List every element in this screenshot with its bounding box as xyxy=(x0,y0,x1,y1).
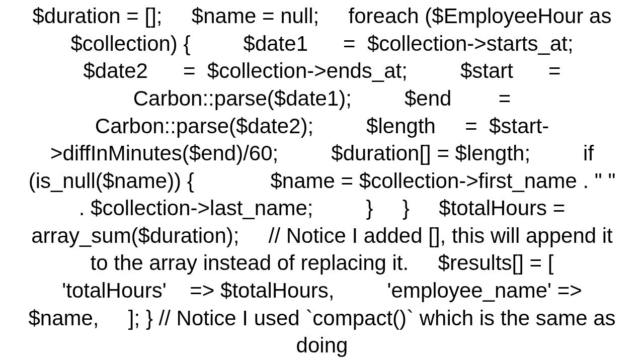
code-snippet-text: $duration = []; $name = null; foreach ($… xyxy=(25,3,619,359)
